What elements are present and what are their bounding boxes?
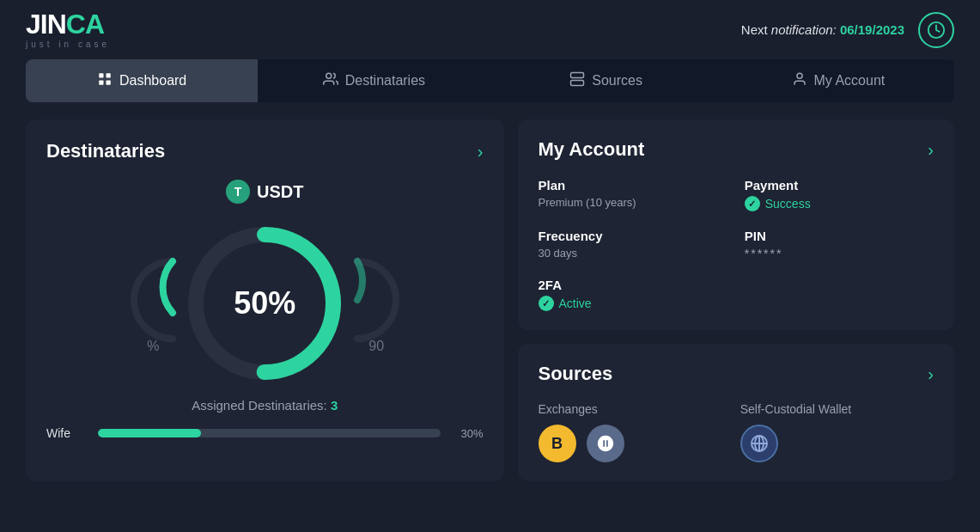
- self-custody-col: Self-Custodial Wallet: [740, 402, 934, 462]
- progress-bar-bg: [98, 429, 441, 437]
- sources-card: Sources › Exchanges B Se: [518, 344, 955, 481]
- destinataries-title: Destinataries: [46, 140, 165, 162]
- svg-point-10: [797, 73, 802, 78]
- account-icon: [792, 71, 807, 90]
- donut-percent: 50%: [234, 285, 295, 321]
- twofa-label: 2FA: [539, 278, 727, 292]
- svg-rect-6: [571, 73, 584, 78]
- nav: Dashboard Destinataries Sources: [26, 59, 954, 102]
- frequency-value: 30 days: [539, 247, 727, 260]
- svg-rect-3: [99, 81, 103, 85]
- my-account-header: My Account ›: [539, 138, 934, 161]
- kraken-icon: [587, 425, 624, 462]
- chart-side-left: %: [127, 253, 179, 354]
- destinataries-header: Destinataries ›: [46, 140, 484, 162]
- payment-label: Payment: [745, 178, 934, 193]
- twofa-status: ✓ Active: [539, 296, 727, 311]
- frequency-label: Frecuency: [539, 229, 727, 243]
- assigned-count: 3: [331, 398, 338, 413]
- beneficiary-list: Wife 30%: [46, 426, 484, 440]
- dashboard-icon: [97, 71, 113, 90]
- pin-value: ******: [745, 247, 934, 260]
- beneficiary-name: Wife: [46, 426, 89, 440]
- destinataries-icon: [323, 71, 338, 90]
- exchanges-label: Exchanges: [539, 402, 732, 416]
- nav-my-account[interactable]: My Account: [722, 59, 954, 102]
- pin-item: PIN ******: [745, 229, 934, 260]
- assigned-row: Assigned Destinataries: 3: [46, 398, 484, 413]
- my-account-card: My Account › Plan Premium (10 years) Pay…: [518, 119, 955, 330]
- logo-text: JINCA: [26, 10, 110, 38]
- my-account-chevron[interactable]: ›: [928, 140, 934, 160]
- chart-side-right: 90: [350, 253, 402, 354]
- payment-item: Payment ✓ Success: [745, 178, 934, 211]
- self-custody-wallet-icon: [740, 425, 778, 462]
- my-account-title: My Account: [539, 138, 645, 161]
- usdt-icon: T: [226, 180, 250, 204]
- plan-item: Plan Premium (10 years): [539, 178, 727, 211]
- progress-bar-fill: [98, 429, 201, 437]
- check-icon: ✓: [745, 196, 760, 211]
- right-panel: My Account › Plan Premium (10 years) Pay…: [518, 119, 955, 481]
- binance-icon: B: [539, 425, 576, 462]
- notification-icon-button[interactable]: [918, 12, 954, 48]
- sources-header: Sources ›: [539, 363, 934, 385]
- nav-dashboard[interactable]: Dashboard: [26, 59, 258, 102]
- plan-label: Plan: [539, 178, 727, 193]
- header-right: Next notification: 06/19/2023: [741, 12, 954, 48]
- notification-text: Next notification: 06/19/2023: [741, 22, 904, 37]
- svg-rect-7: [571, 81, 584, 86]
- exchanges-col: Exchanges B: [539, 402, 732, 462]
- main-content: Destinataries › T USDT %: [0, 119, 980, 481]
- sources-chevron[interactable]: ›: [928, 364, 934, 384]
- svg-rect-4: [106, 81, 110, 85]
- svg-rect-2: [106, 73, 110, 77]
- beneficiary-percent: 30%: [449, 427, 484, 440]
- list-item: Wife 30%: [46, 426, 484, 440]
- twofa-check-icon: ✓: [539, 296, 554, 311]
- frequency-item: Frecuency 30 days: [539, 229, 727, 260]
- pin-label: PIN: [745, 229, 934, 243]
- self-custody-icons: [740, 425, 934, 462]
- destinataries-panel: Destinataries › T USDT %: [26, 119, 504, 481]
- svg-point-5: [326, 73, 331, 78]
- payment-status: ✓ Success: [745, 196, 934, 211]
- destinataries-chevron[interactable]: ›: [478, 142, 484, 162]
- sources-title: Sources: [539, 363, 613, 385]
- sources-icon: [569, 71, 585, 90]
- logo-subtitle: just in case: [26, 40, 110, 49]
- nav-sources[interactable]: Sources: [490, 59, 722, 102]
- sources-columns: Exchanges B Self-Custodial Wallet: [539, 402, 934, 462]
- twofa-item: 2FA ✓ Active: [539, 278, 727, 311]
- account-grid: Plan Premium (10 years) Payment ✓ Succes…: [539, 178, 934, 311]
- svg-rect-1: [99, 73, 103, 77]
- self-custody-label: Self-Custodial Wallet: [740, 402, 934, 416]
- exchanges-icons: B: [539, 425, 732, 462]
- plan-value: Premium (10 years): [539, 196, 727, 209]
- usdt-label: T USDT: [46, 180, 484, 204]
- notification-date: 06/19/2023: [840, 22, 904, 37]
- nav-destinataries[interactable]: Destinataries: [258, 59, 490, 102]
- header: JINCA just in case Next notification: 06…: [0, 0, 980, 59]
- donut-chart: 50%: [179, 217, 350, 389]
- logo: JINCA just in case: [26, 10, 110, 49]
- chart-row: % 50% 90: [46, 217, 484, 389]
